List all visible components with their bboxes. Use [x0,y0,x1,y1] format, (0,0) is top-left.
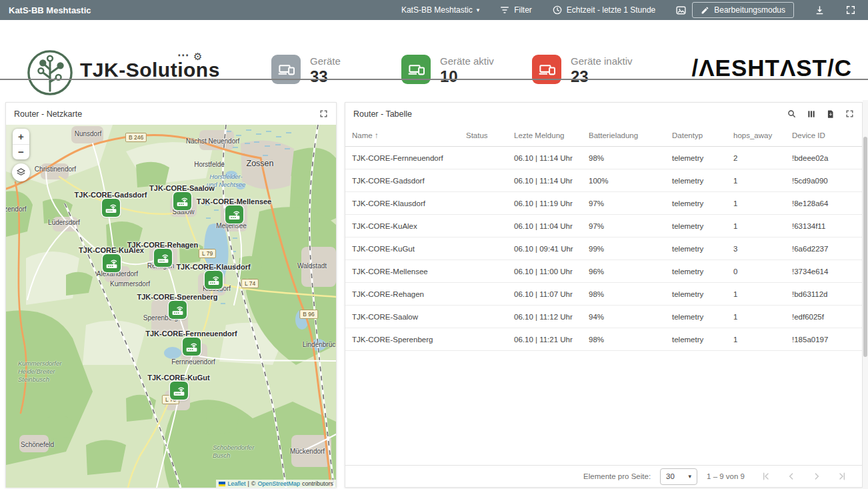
first-page-button[interactable] [761,471,771,482]
table-cell: telemetry [672,313,733,321]
table-cell: 1 [733,177,792,185]
table-cell: 06.10 | 11:19 Uhr [514,199,589,207]
leaflet-link[interactable]: Leaflet [227,480,245,487]
table-row: TJK-CORE-KuGut06.10 | 09:41 Uhr99%teleme… [345,237,862,260]
table-cell: !63134f11 [792,222,855,230]
map-place-label: Lindenbrück [303,341,336,350]
router-icon[interactable] [225,205,243,223]
download-icon [814,5,825,16]
table-row: TJK-CORE-Saalow06.10 | 11:12 Uhr94%telem… [345,306,862,328]
road-badge: B 96 [299,310,318,319]
table-cell [466,290,514,298]
dashboard-select[interactable]: KatS-BB Meshtastic ▾ [401,5,479,15]
router-icon[interactable] [173,192,191,210]
stat-geraete-inaktiv: Geräte inaktiv 23 [532,55,633,86]
table-cell: 06.10 | 11:00 Uhr [514,268,589,276]
table-cell: !185a0197 [792,336,855,344]
column-header-hops[interactable]: hops_away [733,131,792,139]
download-button[interactable] [814,5,825,16]
stat-value: 33 [310,67,341,86]
panel-fullscreen-icon[interactable] [319,109,328,118]
table-cell: 97% [589,199,672,207]
map-panel-header: Router - Netzkarte [6,103,336,125]
stat-geraete-aktiv: Geräte aktiv 10 [401,55,494,86]
router-marker-label: TJK-CORE-Sperenberg [137,293,217,301]
router-marker-label: TJK-CORE-KuGut [147,374,210,382]
edit-mode-button[interactable]: Bearbeitungsmodus [692,2,794,18]
last-page-button[interactable] [837,471,847,482]
sort-asc-icon: ↑ [375,131,379,139]
table-cell: TJK-CORE-KuGut [352,245,466,253]
page-range: 1 – 9 von 9 [707,472,745,480]
router-marker-label: TJK-CORE-Fernneuendorf [145,330,237,338]
column-header-deviceid[interactable]: Device ID [792,131,855,139]
router-icon[interactable] [154,249,172,267]
search-icon[interactable] [787,109,797,119]
router-icon[interactable] [169,301,187,319]
prev-page-button[interactable] [786,471,797,482]
table-cell: 1 [733,313,792,321]
table-cell: 06.10 | 11:07 Uhr [514,290,589,298]
table-cell: 98% [589,336,672,344]
road-badge: L 74 [241,279,259,288]
snapshot-button[interactable] [675,5,687,16]
router-icon[interactable] [205,271,223,289]
map-place-label: Mückendorf [290,448,325,456]
table-cell: telemetry [672,336,733,344]
zoom-out-button[interactable]: − [13,145,29,160]
column-header-datentyp[interactable]: Datentyp [672,131,733,139]
page-scrollbar[interactable] [863,100,868,489]
table-cell: 0 [733,268,792,276]
table-cell: 94% [589,313,672,321]
table-cell [466,177,514,185]
panel-fullscreen-icon[interactable] [845,109,854,118]
table-cell: !6a6d2237 [792,245,855,253]
time-range-picker[interactable]: Echtzeit - letzte 1 Stunde [552,5,655,15]
app-title: KatS-BB Meshtastic [9,5,91,15]
table-cell: 2 [733,154,792,162]
table-cell: 1 [733,290,792,298]
export-file-icon[interactable] [826,109,835,119]
page-size-select[interactable]: 30 ▾ [660,468,697,485]
column-header-name[interactable]: Name ↑ [352,131,466,139]
column-header-meldung[interactable]: Lezte Meldung [514,131,589,139]
table-cell: TJK-CORE-Sperenberg [352,336,466,344]
table-cell: telemetry [672,290,733,298]
router-icon[interactable] [170,382,188,400]
table-row: TJK-CORE-Mellensee06.10 | 11:00 Uhr96%te… [345,260,862,283]
panel-menu-icon[interactable]: ⋯ [177,48,189,62]
network-map[interactable]: + − NunsdorfNächst NeuendorfZossenHorstf… [6,125,336,488]
router-icon[interactable] [183,338,201,356]
map-zoom-control: + − [13,129,29,159]
router-icon[interactable] [102,199,120,217]
stat-value: 23 [571,67,633,86]
map-place-label: Horstfelde [194,161,225,169]
road-badge: B 246 [125,133,147,142]
scrollbar-thumb[interactable] [863,137,867,357]
map-layers-button[interactable] [12,163,30,181]
next-page-button[interactable] [811,471,822,482]
table-cell: 06.10 | 09:41 Uhr [514,245,589,253]
table-cell [466,222,514,230]
gear-icon[interactable]: ⚙ [193,51,202,63]
columns-icon[interactable] [807,109,816,119]
router-marker-label: TJK-CORE-Mellensee [197,197,271,205]
kiosk-fullscreen-button[interactable] [845,5,856,15]
zoom-in-button[interactable]: + [13,129,29,145]
page-size-label: Elemente pro Seite: [583,472,651,480]
stat-geraete: Geräte 33 [271,55,341,86]
map-place-label: Schobendorfer Busch [213,444,254,460]
table-cell [466,245,514,253]
map-place-label: Kummersdorfer Heide/Breiter Steinbusch [18,360,61,384]
column-header-status[interactable]: Status [466,131,514,139]
router-marker-label: TJK-CORE-Klausdorf [176,263,250,271]
table-body: TJK-CORE-Fernneuendorf06.10 | 11:14 Uhr9… [345,147,862,351]
table-cell: telemetry [672,268,733,276]
table-panel-title: Router - Tabelle [353,109,412,119]
table-cell: TJK-CORE-Mellensee [352,268,466,276]
map-panel: Router - Netzkarte [5,102,337,488]
osm-link[interactable]: OpenStreetMap [257,480,300,487]
filter-button[interactable]: Filter [499,5,532,15]
router-icon[interactable] [103,254,121,272]
column-header-batterie[interactable]: Batterieladung [589,131,672,139]
